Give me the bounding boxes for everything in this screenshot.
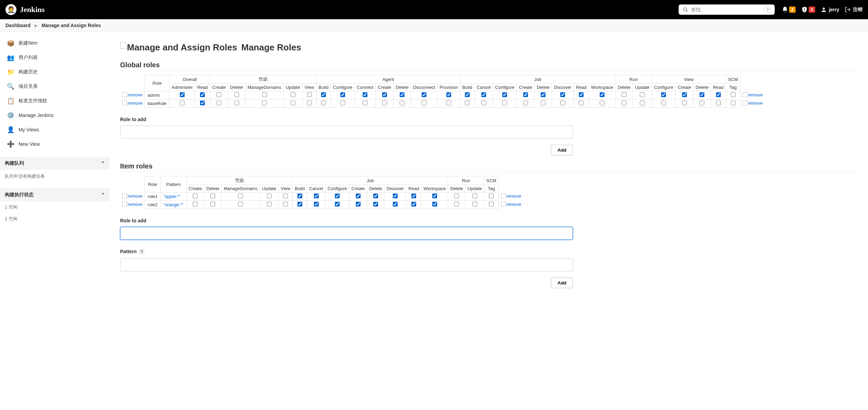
sidebar-item[interactable]: ➕New View — [0, 137, 110, 151]
permission-checkbox[interactable] — [700, 92, 704, 97]
pattern-link[interactable]: "orange.*" — [163, 202, 183, 207]
permission-checkbox[interactable] — [622, 101, 626, 105]
permission-checkbox[interactable] — [393, 202, 398, 207]
permission-checkbox[interactable] — [600, 101, 605, 105]
permission-checkbox[interactable] — [465, 92, 470, 97]
permission-checkbox[interactable] — [210, 194, 215, 198]
permission-checkbox[interactable] — [363, 101, 367, 105]
permission-checkbox[interactable] — [283, 194, 288, 198]
permission-checkbox[interactable] — [560, 101, 565, 105]
remove-link[interactable]: remove — [122, 101, 142, 106]
permission-checkbox[interactable] — [321, 101, 326, 105]
sidebar-item[interactable]: 📦新建Item — [0, 36, 110, 50]
item-role-to-add-input[interactable] — [120, 227, 573, 240]
permission-checkbox[interactable] — [432, 202, 437, 207]
permission-checkbox[interactable] — [382, 92, 387, 97]
permission-checkbox[interactable] — [502, 101, 507, 105]
sidebar-item[interactable]: 🔍项目关系 — [0, 79, 110, 94]
permission-checkbox[interactable] — [579, 92, 584, 97]
remove-link[interactable]: remove — [742, 92, 763, 97]
permission-checkbox[interactable] — [283, 202, 288, 207]
permission-checkbox[interactable] — [200, 101, 205, 105]
permission-checkbox[interactable] — [321, 92, 326, 97]
permission-checkbox[interactable] — [454, 194, 459, 198]
permission-checkbox[interactable] — [446, 101, 451, 105]
permission-checkbox[interactable] — [465, 101, 470, 105]
permission-checkbox[interactable] — [363, 92, 367, 97]
sidebar-item[interactable]: 👥用户列表 — [0, 50, 110, 65]
permission-checkbox[interactable] — [502, 92, 507, 97]
notifications-button[interactable]: 2 — [782, 6, 796, 13]
permission-checkbox[interactable] — [446, 92, 451, 97]
permission-checkbox[interactable] — [210, 202, 215, 207]
user-link[interactable]: jerry — [821, 7, 839, 13]
permission-checkbox[interactable] — [600, 92, 605, 97]
permission-checkbox[interactable] — [700, 101, 704, 105]
permission-checkbox[interactable] — [716, 92, 721, 97]
permission-checkbox[interactable] — [541, 101, 546, 105]
permission-checkbox[interactable] — [267, 194, 272, 198]
help-icon[interactable]: ? — [139, 249, 145, 255]
permission-checkbox[interactable] — [335, 194, 340, 198]
permission-checkbox[interactable] — [234, 92, 239, 97]
permission-checkbox[interactable] — [291, 92, 295, 97]
permission-checkbox[interactable] — [335, 202, 340, 207]
permission-checkbox[interactable] — [731, 101, 736, 105]
permission-checkbox[interactable] — [297, 194, 302, 198]
alerts-button[interactable]: 2 — [801, 6, 815, 13]
remove-link[interactable]: remove — [122, 194, 142, 199]
permission-checkbox[interactable] — [238, 202, 243, 207]
permission-checkbox[interactable] — [489, 202, 494, 207]
remove-link[interactable]: remove — [122, 202, 142, 207]
search-box[interactable]: ? — [679, 4, 775, 15]
permission-checkbox[interactable] — [481, 101, 486, 105]
permission-checkbox[interactable] — [622, 92, 626, 97]
sidebar-item[interactable]: ⚙️Manage Jenkins — [0, 108, 110, 122]
sidebar-item[interactable]: 📋检查文件指纹 — [0, 94, 110, 108]
permission-checkbox[interactable] — [560, 92, 565, 97]
permission-checkbox[interactable] — [216, 92, 221, 97]
permission-checkbox[interactable] — [411, 194, 416, 198]
permission-checkbox[interactable] — [267, 202, 272, 207]
permission-checkbox[interactable] — [422, 101, 426, 105]
global-add-button[interactable]: Add — [551, 145, 573, 155]
permission-checkbox[interactable] — [180, 101, 185, 105]
permission-checkbox[interactable] — [373, 202, 378, 207]
executor-header[interactable]: 构建执行状态 ⌃ — [0, 188, 110, 201]
permission-checkbox[interactable] — [640, 92, 645, 97]
permission-checkbox[interactable] — [682, 92, 687, 97]
permission-checkbox[interactable] — [731, 92, 736, 97]
global-role-to-add-input[interactable] — [120, 126, 573, 139]
permission-checkbox[interactable] — [238, 194, 243, 198]
permission-checkbox[interactable] — [297, 202, 302, 207]
permission-checkbox[interactable] — [541, 92, 546, 97]
breadcrumb-dashboard[interactable]: Dashboard — [5, 23, 31, 28]
permission-checkbox[interactable] — [661, 101, 666, 105]
permission-checkbox[interactable] — [193, 194, 198, 198]
executor-1[interactable]: 1 空闲 — [0, 201, 110, 213]
permission-checkbox[interactable] — [200, 92, 205, 97]
logo[interactable]: 🤵 Jenkins — [5, 4, 45, 15]
permission-checkbox[interactable] — [472, 194, 477, 198]
permission-checkbox[interactable] — [356, 202, 361, 207]
sidebar-item[interactable]: 📁构建历史 — [0, 65, 110, 79]
permission-checkbox[interactable] — [262, 101, 267, 105]
permission-checkbox[interactable] — [373, 194, 378, 198]
permission-checkbox[interactable] — [314, 202, 319, 207]
permission-checkbox[interactable] — [314, 194, 319, 198]
permission-checkbox[interactable] — [523, 101, 528, 105]
permission-checkbox[interactable] — [234, 101, 239, 105]
build-queue-header[interactable]: 构建队列 ⌃ — [0, 157, 110, 170]
search-help-icon[interactable]: ? — [764, 7, 771, 13]
permission-checkbox[interactable] — [579, 101, 584, 105]
permission-checkbox[interactable] — [393, 194, 398, 198]
permission-checkbox[interactable] — [340, 92, 345, 97]
permission-checkbox[interactable] — [262, 92, 267, 97]
permission-checkbox[interactable] — [411, 202, 416, 207]
permission-checkbox[interactable] — [340, 101, 345, 105]
permission-checkbox[interactable] — [307, 101, 312, 105]
permission-checkbox[interactable] — [523, 92, 528, 97]
permission-checkbox[interactable] — [472, 202, 477, 207]
permission-checkbox[interactable] — [400, 101, 404, 105]
breadcrumb-current[interactable]: Manage and Assign Roles — [42, 23, 101, 28]
